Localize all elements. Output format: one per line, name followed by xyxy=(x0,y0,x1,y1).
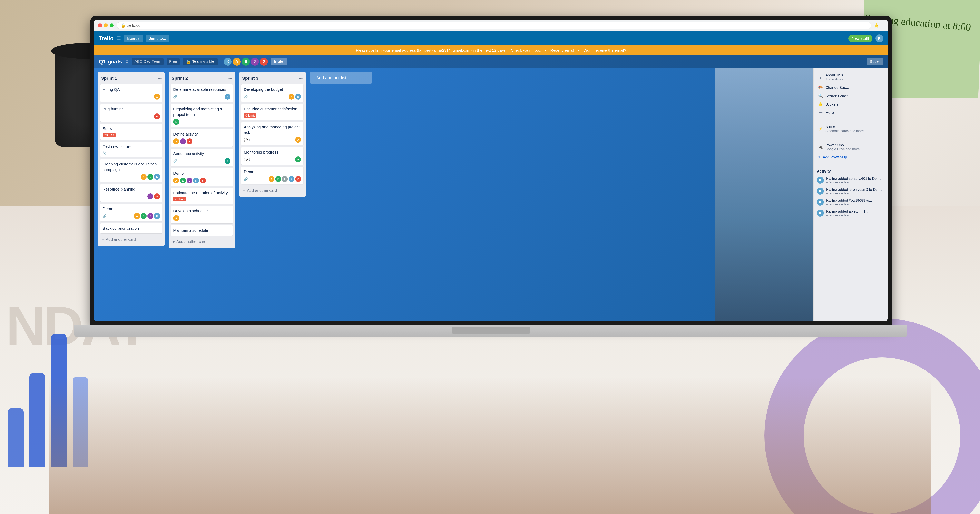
card-bug-hunting[interactable]: Bug hunting B xyxy=(100,104,162,122)
trello-top-nav: ☰ Boards Jump to... New stuff! K Trello xyxy=(94,31,888,45)
add-card-sprint2[interactable]: + Add another card xyxy=(171,238,233,246)
email-not-received[interactable]: Didn't receive the email? xyxy=(584,48,626,53)
member-avatar-a[interactable]: A xyxy=(233,58,241,66)
powerup-content: Power-Ups Google Drive and more... xyxy=(826,143,862,151)
card-avatars: A E 2 K S xyxy=(269,176,301,182)
list-settings-icon[interactable]: ••• xyxy=(228,76,232,81)
user-avatar-nav[interactable]: K xyxy=(875,35,883,42)
member-avatar-e[interactable]: E xyxy=(242,58,250,66)
add-card-sprint3[interactable]: + Add another card xyxy=(242,186,304,195)
team-visible-badge[interactable]: 🔒 Team Visible xyxy=(183,58,218,65)
browser-dot-red[interactable] xyxy=(98,24,102,27)
add-card-label: Add another card xyxy=(177,240,207,244)
card-organizing-team[interactable]: Organizing and motivating a project team… xyxy=(171,104,233,127)
board-plan[interactable]: Free xyxy=(167,58,180,65)
sidebar-more-label: More xyxy=(826,110,834,115)
lock-icon: 🔒 xyxy=(186,59,191,64)
avatar-a: A xyxy=(154,94,160,100)
board-title[interactable]: Q1 goals xyxy=(99,59,122,65)
board-header: Q1 goals ⚙ ABC Dev Team Free 🔒 Team Visi… xyxy=(94,55,888,68)
boards-button[interactable]: Boards xyxy=(124,35,143,42)
limit-label: 0 Limit xyxy=(244,113,256,118)
list-settings-icon[interactable]: ••• xyxy=(299,76,302,81)
browser-dot-yellow[interactable] xyxy=(104,24,108,27)
card-demo-s1[interactable]: Demo 🔗 A E J K xyxy=(100,204,162,221)
jump-to-button[interactable]: Jump to... xyxy=(146,35,169,42)
member-avatar-j[interactable]: J xyxy=(251,58,259,66)
card-sequence-activity[interactable]: Sequence activity 🔗 P xyxy=(171,149,233,166)
card-develop-schedule[interactable]: Develop a schedule A xyxy=(171,206,233,224)
sidebar-butler[interactable]: ⚡ Butler Automate cards and more... xyxy=(817,123,885,135)
mountain-background xyxy=(715,68,813,321)
card-avatars: A E J K S xyxy=(173,178,206,184)
avatar-e3: E xyxy=(173,119,179,125)
card-title: Define activity xyxy=(173,132,231,137)
avatar-a3: A xyxy=(134,213,140,219)
card-developing-budget[interactable]: Developing the budget 🔗 A K xyxy=(242,84,304,102)
avatar-k2: K xyxy=(154,213,160,219)
avatar-k: K xyxy=(154,174,160,180)
activity-time-4: a few seconds ago xyxy=(826,214,868,217)
card-maintain-schedule[interactable]: Maintain a schedule xyxy=(171,225,233,236)
card-planning-customers[interactable]: Planning customers acquisition campaign … xyxy=(100,159,162,182)
sprint1-header: Sprint 1 ••• xyxy=(100,74,162,82)
add-powerup-icon: 1 xyxy=(818,155,821,159)
card-title: Planning customers acquisition campaign xyxy=(103,161,160,172)
member-avatar-s[interactable]: S xyxy=(260,58,268,66)
card-monitoring-progress[interactable]: Monitoring progress 💬 5 E xyxy=(242,147,304,165)
avatar-a4: A xyxy=(173,138,179,144)
card-meta: 28 Feb xyxy=(173,197,231,201)
bar-2 xyxy=(29,373,45,467)
new-stuff-button[interactable]: New stuff! xyxy=(848,35,872,42)
laptop-body xyxy=(75,325,907,337)
member-avatar-k[interactable]: K xyxy=(224,58,232,66)
card-title: Ensuring customer satisfaction xyxy=(244,106,301,112)
card-backlog[interactable]: Backlog prioritization xyxy=(100,223,162,233)
card-ensuring-satisfaction[interactable]: Ensuring customer satisfaction 0 Limit xyxy=(242,104,304,120)
email-separator2: • xyxy=(578,48,579,53)
card-meta: A xyxy=(173,215,231,221)
butler-button[interactable]: Butler xyxy=(867,58,883,65)
avatar-j4: J xyxy=(186,178,192,184)
card-avatars: K xyxy=(224,94,231,100)
activity-desc-3: Karina added #ew29058 to... xyxy=(826,198,872,203)
laptop-trackpad[interactable] xyxy=(452,327,530,334)
card-stars[interactable]: Stars 28 Feb xyxy=(100,124,162,140)
card-estimate-duration[interactable]: Estimate the duration of activity 28 Feb xyxy=(171,188,233,204)
avatar-a5: A xyxy=(173,178,179,184)
sidebar-powerups[interactable]: 🔌 Power-Ups Google Drive and more... xyxy=(817,141,885,153)
board-team[interactable]: ABC Dev Team xyxy=(132,58,164,65)
card-resource-planning[interactable]: Resource planning J S xyxy=(100,184,162,201)
activity-avatar-2: K xyxy=(817,187,824,195)
card-define-activity[interactable]: Define activity A J S xyxy=(171,129,233,147)
card-hiring-qa[interactable]: Hiring QA A xyxy=(100,84,162,102)
browser-url-bar[interactable]: 🔒 trello.com xyxy=(117,22,871,29)
paint-icon: 🎨 xyxy=(818,85,823,90)
link-badge: 🔗 xyxy=(103,214,107,218)
email-resend[interactable]: Resend email xyxy=(550,48,574,53)
sidebar-stickers-label: Stickers xyxy=(826,102,839,106)
activity-item-1: K Karina added sorsofia601 to Demo a few… xyxy=(817,175,885,186)
sidebar-search-cards[interactable]: 🔍 Search Cards xyxy=(817,92,885,100)
email-check-inbox[interactable]: Check your inbox xyxy=(511,48,541,53)
list-settings-icon[interactable]: ••• xyxy=(158,76,162,81)
add-card-sprint1[interactable]: + Add another card xyxy=(100,235,162,244)
card-test-features[interactable]: Test new features 📎 2 xyxy=(100,141,162,157)
card-demo-s2[interactable]: Demo A E J K S xyxy=(171,168,233,186)
browser-dot-green[interactable] xyxy=(110,24,114,27)
sidebar-change-background[interactable]: 🎨 Change Bac... xyxy=(817,83,885,92)
activity-item-3: K Karina added #ew29058 to... a few seco… xyxy=(817,197,885,208)
sidebar-add-powerup[interactable]: 1 Add Power-Up... xyxy=(817,153,885,161)
sidebar-more[interactable]: ••• More xyxy=(817,108,885,117)
card-demo-s3[interactable]: Demo 🔗 A E 2 K S xyxy=(242,167,304,184)
sidebar-stickers[interactable]: ⭐ Stickers xyxy=(817,100,885,108)
info-icon: ℹ xyxy=(818,75,823,79)
activity-text-1: Karina added sorsofia601 to Demo a few s… xyxy=(826,177,881,184)
butler-content: Butler Automate cards and more... xyxy=(826,125,867,133)
card-determine-resources[interactable]: Determine available resources 🔗 K xyxy=(171,84,233,102)
add-list-button[interactable]: + Add another list xyxy=(310,72,372,84)
activity-desc-2: Karina added jeremyosm3 to Demo xyxy=(826,187,882,192)
invite-button[interactable]: Invite xyxy=(271,58,286,65)
sidebar-about[interactable]: ℹ About This... Add a descr... xyxy=(817,71,885,83)
card-analyzing-risk[interactable]: Analyzing and managing project risk 💬 1 … xyxy=(242,122,304,145)
